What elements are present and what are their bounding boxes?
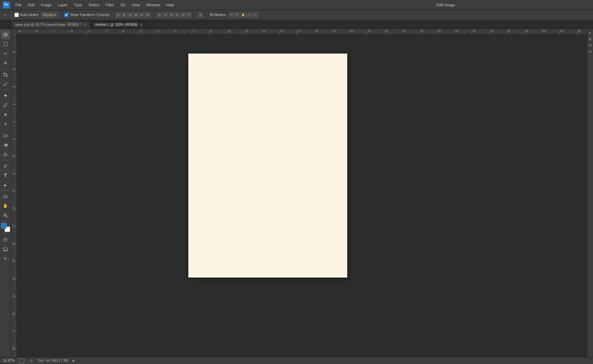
3d-roll[interactable]: ⊙ bbox=[235, 12, 240, 18]
tool-path-selection[interactable]: ▸ bbox=[1, 180, 10, 189]
tab-lakas-close[interactable]: ✕ bbox=[83, 23, 86, 27]
ruler-corner bbox=[11, 29, 17, 34]
auto-align[interactable]: ⊡ bbox=[198, 12, 203, 18]
right-panel-properties[interactable]: ≋ bbox=[588, 43, 593, 48]
3d-rotate[interactable]: ↻ bbox=[229, 12, 234, 18]
svg-rect-1 bbox=[4, 135, 7, 137]
menu-view[interactable]: View bbox=[129, 2, 143, 8]
transform-controls-checkbox[interactable]: Show Transform Controls bbox=[64, 13, 110, 17]
distribute-center-v[interactable]: ⊟ bbox=[180, 12, 186, 18]
auto-select-input[interactable] bbox=[14, 13, 19, 17]
separator-3 bbox=[112, 12, 112, 19]
3d-scale[interactable]: ⤢ bbox=[252, 12, 258, 18]
tab-untitled[interactable]: Untitled-1 @ 100% (RGB/8) ✕ bbox=[90, 21, 146, 28]
tool-sep-3 bbox=[1, 130, 10, 130]
tool-hand[interactable]: ✋ bbox=[1, 201, 10, 210]
tool-healing[interactable]: ✚ bbox=[1, 91, 10, 100]
title-bar: Ps File Edit Image Layer Type Select Fil… bbox=[0, 0, 593, 10]
align-center-v[interactable]: ⊞ bbox=[139, 12, 145, 18]
tool-screen-mode[interactable] bbox=[1, 245, 10, 254]
align-icons-group: ⊞ ⊞ ⊞ ⊞ ⊞ ⊞ bbox=[115, 12, 151, 18]
distribute-h[interactable]: ⊟ bbox=[156, 12, 162, 18]
svg-rect-0 bbox=[4, 42, 7, 46]
forward-arrow[interactable]: ▶ bbox=[72, 359, 75, 363]
tool-selection[interactable] bbox=[1, 40, 10, 49]
tool-sep-2 bbox=[1, 90, 10, 90]
tool-shape[interactable] bbox=[1, 192, 10, 201]
distribute-center-h[interactable]: ⊟ bbox=[162, 12, 168, 18]
menu-select[interactable]: Select bbox=[86, 2, 102, 8]
separator-1 bbox=[11, 12, 12, 19]
distribute-top[interactable]: ⊟ bbox=[174, 12, 180, 18]
tool-text[interactable]: T bbox=[1, 171, 10, 180]
separator-6 bbox=[206, 12, 207, 19]
tool-move[interactable] bbox=[1, 30, 10, 39]
tab-untitled-close[interactable]: ✕ bbox=[140, 23, 142, 27]
menu-window[interactable]: Window bbox=[143, 2, 162, 8]
canvas-flip-icon[interactable] bbox=[29, 358, 34, 363]
auto-select-checkbox[interactable]: Auto-Select bbox=[14, 13, 39, 17]
move-tool-options-icon[interactable]: ⊹ bbox=[2, 12, 8, 18]
canvas-row bbox=[11, 34, 587, 357]
align-top[interactable]: ⊞ bbox=[133, 12, 139, 18]
ps-logo: Ps bbox=[3, 1, 10, 8]
ruler-v-canvas bbox=[11, 34, 17, 357]
ruler-horizontal bbox=[17, 29, 587, 34]
tool-sep-4 bbox=[1, 160, 10, 160]
menu-bar: File Edit Image Layer Type Select Filter… bbox=[13, 2, 301, 8]
tabs-bar: lakas.psd @ 16.7% (sword base, RGB/8) * … bbox=[0, 20, 593, 29]
svg-rect-10 bbox=[4, 248, 7, 251]
menu-layer[interactable]: Layer bbox=[55, 2, 70, 8]
tool-eraser[interactable] bbox=[1, 131, 10, 140]
svg-rect-2 bbox=[4, 144, 7, 146]
3d-modes-icons: ↻ ⊙ ✋ ↕ ⤢ bbox=[229, 12, 258, 18]
canvas-wrapper bbox=[11, 29, 587, 357]
svg-line-6 bbox=[6, 216, 8, 217]
distribute-bottom[interactable]: ⊟ bbox=[186, 12, 192, 18]
separator-2 bbox=[61, 12, 61, 19]
transform-controls-input[interactable] bbox=[64, 13, 69, 17]
group-dropdown[interactable]: Group ▾ bbox=[41, 12, 58, 18]
zoom-level: 16.67% bbox=[3, 359, 15, 363]
tool-lasso[interactable]: ⊂ bbox=[1, 49, 10, 58]
tool-quick-mask[interactable] bbox=[1, 235, 10, 244]
tool-rotate-3d[interactable]: ↻ bbox=[1, 254, 10, 263]
3d-slide[interactable]: ↕ bbox=[246, 12, 252, 18]
svg-rect-12 bbox=[19, 359, 24, 363]
distribute-right[interactable]: ⊟ bbox=[168, 12, 174, 18]
canvas-scroll-area[interactable] bbox=[17, 34, 587, 357]
3d-pan[interactable]: ✋ bbox=[240, 12, 246, 18]
tool-clone[interactable]: ⊕ bbox=[1, 110, 10, 119]
tool-pen[interactable] bbox=[1, 161, 10, 170]
align-center-h[interactable]: ⊞ bbox=[121, 12, 127, 18]
menu-edit[interactable]: Edit bbox=[25, 2, 37, 8]
menu-help[interactable]: Help bbox=[163, 2, 177, 8]
tool-crop[interactable] bbox=[1, 70, 10, 79]
canvas-rotate-icon[interactable] bbox=[19, 358, 25, 363]
color-swatches[interactable] bbox=[1, 223, 10, 232]
tool-quick-select[interactable]: ⚙ bbox=[1, 58, 10, 68]
tool-sep-6 bbox=[1, 221, 10, 221]
menu-image[interactable]: Image bbox=[38, 2, 55, 8]
ruler-vertical bbox=[11, 34, 17, 357]
tool-blur[interactable] bbox=[1, 150, 10, 159]
document-canvas[interactable] bbox=[188, 54, 347, 278]
right-panel-layers[interactable]: ≡ bbox=[588, 30, 593, 35]
menu-3d[interactable]: 3D bbox=[118, 2, 128, 8]
right-panel-character[interactable]: A bbox=[588, 36, 593, 41]
tool-history-brush[interactable]: ↺ bbox=[1, 119, 10, 128]
separator-5 bbox=[195, 12, 195, 19]
right-panel-close[interactable]: ✕ bbox=[588, 49, 593, 54]
menu-filter[interactable]: Filter bbox=[103, 2, 117, 8]
align-right[interactable]: ⊞ bbox=[127, 12, 133, 18]
tool-brush[interactable] bbox=[1, 100, 10, 110]
tool-eyedropper[interactable] bbox=[1, 79, 10, 89]
menu-file[interactable]: File bbox=[13, 2, 25, 8]
tool-gradient[interactable] bbox=[1, 140, 10, 149]
foreground-color-swatch[interactable] bbox=[1, 223, 7, 229]
align-bottom[interactable]: ⊞ bbox=[145, 12, 151, 18]
tab-lakas[interactable]: lakas.psd @ 16.7% (sword base, RGB/8) * … bbox=[11, 21, 90, 28]
tool-zoom[interactable] bbox=[1, 211, 10, 220]
align-left[interactable]: ⊞ bbox=[115, 12, 121, 18]
menu-type[interactable]: Type bbox=[71, 2, 85, 8]
